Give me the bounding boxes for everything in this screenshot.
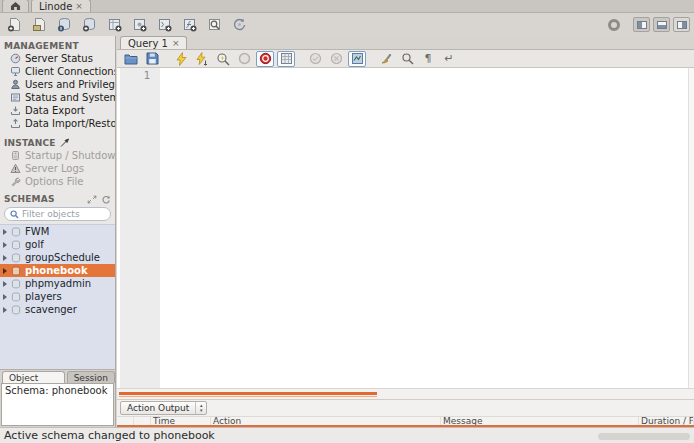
column-header-duration[interactable]: Duration / Fetch (639, 417, 694, 425)
toggle-left-sidebar-button[interactable] (633, 17, 650, 32)
users-privileges-icon (10, 79, 21, 90)
instance-title: INSTANCE (4, 138, 56, 148)
right-panel-icon (677, 21, 687, 29)
editor-vertical-scrollbar[interactable] (688, 68, 694, 388)
toggle-output-area-button[interactable] (653, 17, 670, 32)
beautify-button[interactable] (377, 51, 395, 67)
open-sql-script-icon (32, 17, 47, 32)
connection-tab-linode[interactable]: Linode × (31, 0, 91, 12)
rollback-button[interactable] (327, 51, 345, 67)
toggle-wrap-button[interactable]: ↵ (440, 51, 458, 67)
options-file-icon (10, 176, 21, 187)
sidebar-item-system-variables[interactable]: Status and System Variables (0, 91, 115, 104)
column-header-action[interactable]: Action (211, 417, 441, 425)
create-procedure-button[interactable] (154, 15, 175, 34)
sidebar-item-label: Data Import/Restore (25, 118, 115, 129)
schema-name: golf (25, 239, 44, 250)
sidebar-item-users-privileges[interactable]: Users and Privileges (0, 78, 115, 91)
left-panel-icon (637, 21, 647, 29)
explain-button[interactable] (214, 51, 232, 67)
close-icon[interactable]: × (75, 1, 83, 11)
toggle-stop-on-error-button[interactable] (256, 51, 274, 67)
create-table-button[interactable] (104, 15, 125, 34)
create-schema-icon (82, 17, 97, 32)
create-view-icon (132, 17, 147, 32)
schema-filter-row (0, 205, 115, 224)
inspect-database-button[interactable] (54, 15, 75, 34)
commit-button[interactable] (306, 51, 324, 67)
schema-row-fwm[interactable]: FWM (0, 225, 115, 238)
expander-icon[interactable] (3, 307, 7, 313)
home-tab[interactable] (2, 0, 29, 12)
rollback-icon (330, 52, 343, 65)
stop-button[interactable] (235, 51, 253, 67)
execute-current-button[interactable] (193, 51, 211, 67)
column-header-blank1 (117, 417, 134, 425)
schema-row-players[interactable]: players (0, 290, 115, 303)
sidebar-item-options-file[interactable]: Options File (0, 175, 115, 188)
autocommit-icon (351, 52, 364, 65)
search-data-button[interactable] (204, 15, 225, 34)
expander-icon[interactable] (3, 255, 7, 261)
beautify-icon (380, 52, 393, 65)
sidebar-item-client-connections[interactable]: Client Connections (0, 65, 115, 78)
create-view-button[interactable] (129, 15, 150, 34)
tab-session[interactable]: Session (67, 371, 115, 383)
toggle-invisibles-button[interactable]: ¶ (419, 51, 437, 67)
schema-row-golf[interactable]: golf (0, 238, 115, 251)
limit-rows-icon (280, 52, 293, 65)
output-horizontal-scrollbar[interactable] (598, 433, 690, 440)
sidebar-item-data-import[interactable]: Data Import/Restore (0, 117, 115, 130)
query-tab-label: Query 1 (128, 38, 168, 49)
tab-query-1[interactable]: Query 1 × (120, 36, 187, 49)
column-header-time[interactable]: Time (151, 417, 211, 425)
main-toolbar (0, 13, 694, 36)
open-sql-script-button[interactable] (29, 15, 50, 34)
expander-icon[interactable] (3, 242, 7, 248)
stop-on-error-icon (259, 52, 272, 65)
output-selector-stepper[interactable]: ▴ ▾ (195, 402, 206, 414)
schema-row-phpmyadmin[interactable]: phpmyadmin (0, 277, 115, 290)
expander-icon[interactable] (3, 281, 7, 287)
editor-output-splitter[interactable] (117, 388, 694, 399)
server-status-icon (10, 53, 21, 64)
home-icon (10, 1, 21, 11)
create-schema-button[interactable] (79, 15, 100, 34)
schema-row-groupschedule[interactable]: groupSchedule (0, 251, 115, 264)
toggle-right-sidebar-button[interactable] (673, 17, 690, 32)
close-icon[interactable]: × (172, 38, 180, 48)
open-script-button[interactable] (122, 51, 140, 67)
schema-row-scavenger[interactable]: scavenger (0, 303, 115, 316)
sql-code-editor[interactable]: 1 (117, 68, 694, 388)
sidebar-item-startup-shutdown[interactable]: Startup / Shutdown (0, 149, 115, 162)
column-header-message[interactable]: Message (441, 417, 639, 425)
schema-filter-box (4, 207, 111, 221)
create-function-button[interactable] (179, 15, 200, 34)
expander-icon[interactable] (3, 294, 7, 300)
sidebar-item-data-export[interactable]: Data Export (0, 104, 115, 117)
expander-icon[interactable] (3, 268, 7, 274)
sidebar-item-server-status[interactable]: Server Status (0, 52, 115, 65)
save-script-icon (146, 52, 159, 65)
expander-icon[interactable] (3, 229, 7, 235)
sidebar-item-label: Status and System Variables (25, 92, 115, 103)
find-button[interactable] (398, 51, 416, 67)
limit-rows-toggle-button[interactable] (277, 51, 295, 67)
save-script-button[interactable] (143, 51, 161, 67)
output-selector[interactable]: Action Output ▴ ▾ (120, 401, 207, 415)
tab-object-info[interactable]: Object Info (2, 371, 65, 383)
sidebar-item-server-logs[interactable]: Server Logs (0, 162, 115, 175)
schema-row-phonebook[interactable]: phonebook (0, 264, 115, 277)
wrap-text-icon: ↵ (444, 53, 453, 64)
schema-filter-input[interactable] (22, 209, 105, 219)
execute-all-button[interactable] (172, 51, 190, 67)
schema-name: scavenger (25, 304, 77, 315)
output-selector-label: Action Output (121, 402, 195, 414)
refresh-schemas-icon[interactable] (101, 195, 111, 204)
status-message: Active schema changed to phonebook (4, 429, 215, 442)
sql-editor-area: Query 1 × (117, 36, 694, 427)
resize-schemas-icon[interactable] (87, 195, 97, 204)
toggle-autocommit-button[interactable] (348, 51, 366, 67)
reconnect-dbms-button[interactable] (229, 15, 250, 34)
new-sql-tab-button[interactable] (4, 15, 25, 34)
